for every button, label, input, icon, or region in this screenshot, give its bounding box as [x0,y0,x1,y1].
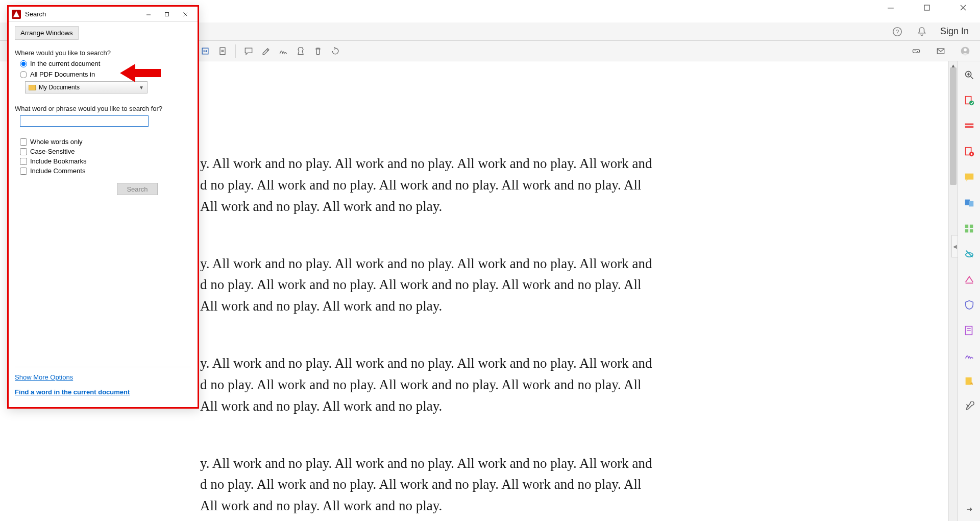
document-paragraph: y. All work and no play. All work and no… [200,453,947,517]
svg-text:?: ? [896,28,899,35]
show-more-options-link[interactable]: Show More Options [15,373,191,381]
main-maximize-button[interactable] [915,0,939,15]
combine-icon[interactable] [963,196,976,209]
dialog-maximize-button[interactable] [158,8,176,21]
profile-icon[interactable] [957,42,974,60]
stamp-icon[interactable] [292,42,309,60]
svg-rect-40 [965,377,971,385]
dialog-title: Search [25,10,139,18]
right-panel-collapse-icon[interactable]: ◀ [951,235,958,257]
red-arrow-annotation [120,63,161,83]
link-icon[interactable] [908,42,925,60]
mail-icon[interactable] [932,42,949,60]
checkbox-whole-words[interactable]: Whole words only [20,138,191,146]
svg-point-22 [969,101,974,105]
svg-rect-31 [969,201,973,206]
checkbox-case-sensitive-input[interactable] [20,148,27,155]
svg-line-18 [970,77,973,79]
svg-rect-35 [969,229,972,232]
svg-rect-32 [965,225,968,228]
search-button[interactable]: Search [117,183,158,195]
checkbox-include-bookmarks[interactable]: Include Bookmarks [20,157,191,165]
delete-icon[interactable] [309,42,327,60]
checkbox-include-comments-label: Include Comments [30,167,85,175]
toolbar-separator [235,44,236,58]
right-tools-panel [958,61,980,521]
edit-pdf-icon[interactable] [963,145,976,158]
main-close-button[interactable] [951,0,975,15]
redact-icon[interactable] [963,247,976,260]
rotate-icon[interactable] [327,42,344,60]
folder-icon [29,85,36,90]
sign-in-link[interactable]: Sign In [940,26,969,37]
fill-sign-icon[interactable] [963,324,976,337]
chevron-down-icon: ▼ [139,85,144,90]
svg-marker-45 [120,64,161,82]
document-paragraph: y. All work and no play. All work and no… [200,153,947,218]
expand-arrow-icon[interactable] [963,503,976,516]
checkbox-whole-words-input[interactable] [20,138,27,146]
checkbox-whole-words-label: Whole words only [30,138,83,146]
checkbox-include-comments[interactable]: Include Comments [20,167,191,175]
svg-rect-34 [965,229,968,232]
dialog-close-button[interactable] [176,8,194,21]
search-phrase-input[interactable] [20,115,149,127]
highlight-icon[interactable] [257,42,275,60]
svg-rect-42 [165,12,169,16]
compress-icon[interactable] [963,273,976,286]
main-minimize-button[interactable] [879,0,902,15]
create-pdf-icon[interactable] [963,120,976,133]
document-viewport[interactable]: y. All work and no play. All work and no… [200,61,947,521]
svg-rect-13 [220,48,225,54]
radio-current-document-input[interactable] [20,60,27,67]
fit-page-icon[interactable] [214,42,231,60]
svg-rect-1 [924,5,929,10]
location-dropdown-value: My Documents [39,84,80,91]
checkbox-case-sensitive[interactable]: Case-Sensitive [20,148,191,155]
sign-icon[interactable] [275,42,292,60]
export-pdf-icon[interactable] [963,94,976,107]
svg-rect-29 [965,174,973,180]
svg-rect-24 [965,126,973,128]
bell-icon[interactable] [916,26,928,38]
search-zoom-icon[interactable] [963,68,976,82]
svg-rect-33 [969,225,972,228]
checkbox-include-bookmarks-input[interactable] [20,158,27,165]
arrange-windows-button[interactable]: Arrange Windows [15,26,79,40]
comment-icon[interactable] [240,42,257,60]
organize-icon[interactable] [963,222,976,235]
more-tools-icon[interactable] [963,400,976,414]
radio-current-document-label: In the current document [30,60,100,67]
dialog-minimize-button[interactable] [139,8,158,21]
where-search-label: Where would you like to search? [15,49,191,57]
svg-rect-23 [965,124,973,126]
radio-all-documents-input[interactable] [20,71,27,78]
checkbox-include-comments-input[interactable] [20,168,27,175]
radio-all-documents-label: All PDF Documents in [30,70,95,78]
checkbox-case-sensitive-label: Case-Sensitive [30,148,75,155]
adobe-icon [12,10,21,19]
comment-tool-icon[interactable] [963,171,976,184]
checkbox-include-bookmarks-label: Include Bookmarks [30,157,87,165]
search-dialog: Search Arrange Windows Where would you l… [7,5,199,409]
dialog-titlebar[interactable]: Search [9,7,198,22]
document-paragraph: y. All work and no play. All work and no… [200,253,947,318]
what-search-label: What word or phrase would you like to se… [15,105,191,112]
document-paragraph: y. All work and no play. All work and no… [200,353,947,417]
vertical-scrollbar[interactable]: ▲ [948,61,958,521]
find-word-link[interactable]: Find a word in the current document [15,388,191,396]
help-icon[interactable]: ? [891,26,903,38]
signature-icon[interactable] [963,349,976,363]
scrollbar-thumb[interactable] [950,67,957,185]
send-icon[interactable] [963,375,976,388]
radio-current-document[interactable]: In the current document [20,60,191,67]
protect-icon[interactable] [963,298,976,312]
radio-all-documents[interactable]: All PDF Documents in [20,70,191,78]
svg-point-16 [964,48,967,51]
